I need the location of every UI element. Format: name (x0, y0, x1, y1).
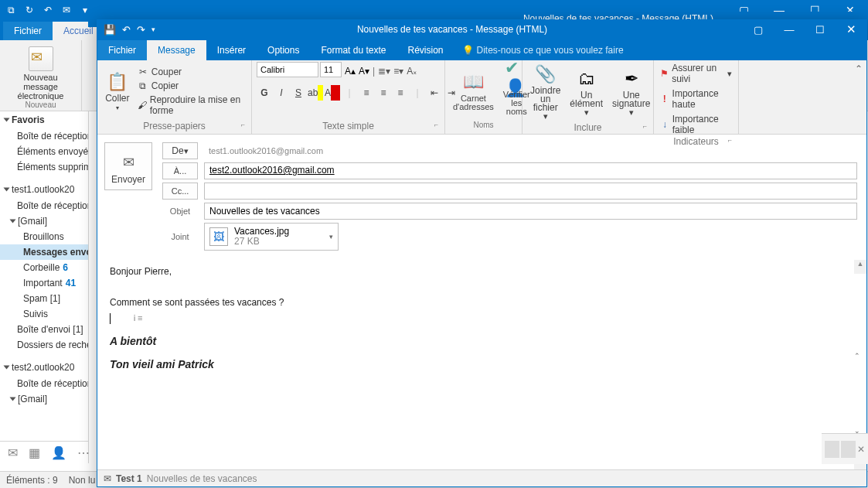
mail-icon[interactable]: ✉ (8, 445, 18, 460)
new-email-button[interactable]: ✉ Nouveau message électronique (6, 46, 75, 101)
attachment-item[interactable]: 🖼 Vacances.jpg 27 KB ▾ (204, 223, 339, 251)
tab-message[interactable]: Message (147, 40, 206, 60)
font-name-input[interactable] (257, 62, 318, 77)
redo-icon[interactable]: ↷ (137, 24, 145, 36)
expand-icon[interactable]: ⌄ (854, 427, 866, 435)
copy-button[interactable]: ⧉Copier (136, 80, 247, 92)
body-line: Comment se sont passées tes vacances ? (110, 297, 854, 308)
sidebar-item[interactable]: Corbeille6 (0, 260, 88, 275)
sidebar-item[interactable]: Boîte de réception (0, 128, 88, 144)
subject-field[interactable] (204, 203, 857, 220)
highlight-icon[interactable]: ab (308, 85, 323, 101)
address-book-button[interactable]: 📖Carnet d'adresses (450, 70, 497, 113)
sidebar-item[interactable]: [Gmail] (0, 213, 88, 229)
numbering-icon[interactable]: ≡▾ (393, 66, 403, 77)
sidebar-item[interactable]: Boîte de réception (0, 376, 88, 391)
image-icon: 🖼 (209, 227, 228, 246)
account-header[interactable]: test1.outlook20 (0, 181, 88, 198)
maximize-icon[interactable]: ☐ (805, 20, 836, 39)
align-center-icon[interactable]: ≡ (376, 85, 391, 101)
cc-button[interactable]: Cc... (162, 183, 198, 200)
attached-label: Joint (162, 232, 198, 241)
mail-icon: ✉ (104, 473, 111, 484)
sidebar-item[interactable]: Éléments envoyés (0, 144, 88, 159)
from-button[interactable]: De ▾ (162, 142, 198, 159)
signature-button[interactable]: ✒Une signature ▾ (609, 67, 653, 118)
send-button[interactable]: ✉ Envoyer (104, 142, 152, 190)
to-button[interactable]: À... (162, 162, 198, 179)
sidebar-item[interactable]: Boîte de réception (0, 198, 88, 213)
close-icon[interactable]: ✕ (836, 20, 866, 39)
align-left-icon[interactable]: ≡ (359, 85, 374, 101)
qat-undo-icon[interactable]: ↶ (42, 4, 54, 16)
sidebar-item[interactable]: Éléments supprimé (0, 159, 88, 175)
tab-review[interactable]: Révision (397, 40, 454, 60)
tab-format[interactable]: Format du texte (310, 40, 397, 60)
attach-file-button[interactable]: 📎Joindre un fichier ▾ (527, 62, 563, 122)
ribbon-display-icon[interactable]: ▢ (743, 20, 774, 39)
tab-file[interactable]: Fichier (97, 40, 147, 60)
favorites-header[interactable]: Favoris (0, 111, 88, 128)
subject-label: Objet (162, 206, 198, 216)
compose-titlebar: 💾 ↶ ↷ ▾ Nouvelles de tes vacances - Mess… (97, 20, 866, 39)
compose-ribbon-tabs: Fichier Message Insérer Options Format d… (97, 39, 866, 60)
compose-title: Nouvelles de tes vacances - Message (HTM… (162, 24, 743, 35)
sidebar-item[interactable]: Dossiers de recherc (0, 337, 88, 353)
cursor-icon: Ꭵ ≡ (134, 313, 142, 322)
save-icon[interactable]: 💾 (104, 24, 116, 36)
minimize-icon[interactable]: — (774, 20, 805, 39)
font-size-input[interactable] (320, 62, 342, 77)
scroll-up-icon[interactable]: ▲ (857, 260, 864, 268)
follow-up-button[interactable]: ⚑Assurer un suivi ▾ (659, 62, 734, 85)
undo-icon[interactable]: ↶ (122, 24, 131, 36)
tab-options[interactable]: Options (257, 40, 310, 60)
avatar (841, 441, 856, 458)
sidebar-item[interactable]: Spam [1] (0, 291, 88, 306)
to-field[interactable]: test2.outlook2016@gmail.com (204, 162, 857, 179)
bullets-icon[interactable]: ≣▾ (378, 66, 390, 77)
tab-file[interactable]: Fichier (3, 22, 53, 40)
attachment-menu-icon[interactable]: ▾ (329, 233, 333, 241)
italic-icon[interactable]: I (274, 85, 289, 101)
qat-more-icon[interactable]: ▾ (151, 26, 155, 33)
body-greeting: Bonjour Pierre, (110, 266, 854, 277)
calendar-icon[interactable]: ▦ (29, 445, 40, 460)
from-value: test1.outlook2016@gmail.com (204, 145, 857, 157)
outdent-icon[interactable]: ⇤ (427, 85, 442, 101)
qat-send-receive-icon[interactable]: ↻ (23, 4, 36, 16)
sidebar-item[interactable]: Brouillons (0, 229, 88, 244)
grow-font-icon[interactable]: A▴ (345, 66, 356, 77)
attach-item-button[interactable]: 🗂Un élément ▾ (567, 67, 606, 118)
format-painter-button[interactable]: 🖌Reproduire la mise en forme (136, 94, 247, 117)
compose-body[interactable]: ▲ Bonjour Pierre, Comment se sont passée… (97, 260, 866, 469)
qat-icon[interactable]: ⧉ (5, 4, 17, 16)
account-header[interactable]: test2.outlook20 (0, 359, 88, 376)
clear-format-icon[interactable]: Aₓ (407, 66, 417, 77)
qat-icon[interactable]: ✉ (60, 4, 73, 16)
tell-me[interactable]: 💡Dites-nous ce que vous voulez faire (454, 40, 631, 60)
paste-button[interactable]: 📋 Coller ▾ (102, 70, 133, 114)
high-importance-button[interactable]: !Importance haute (659, 87, 734, 111)
tab-insert[interactable]: Insérer (206, 40, 257, 60)
cut-button[interactable]: ✂Couper (136, 66, 247, 78)
close-icon[interactable]: ✕ (857, 444, 865, 455)
sidebar-item[interactable]: Suivis (0, 306, 88, 322)
low-importance-button[interactable]: ↓Importance faible (659, 113, 734, 136)
align-right-icon[interactable]: ≡ (393, 85, 408, 101)
compose-window: 💾 ↶ ↷ ▾ Nouvelles de tes vacances - Mess… (97, 19, 867, 487)
status-subject: Nouvelles de tes vacances (147, 473, 257, 484)
people-icon[interactable]: 👤 (51, 445, 66, 460)
sidebar-item[interactable]: Boîte d'envoi [1] (0, 322, 88, 337)
bold-icon[interactable]: G (257, 85, 272, 101)
underline-icon[interactable]: S (291, 85, 306, 101)
more-icon[interactable]: ⋯ (77, 445, 90, 460)
font-color-icon[interactable]: A (325, 85, 340, 101)
sidebar-item-sent[interactable]: Messages envoy (0, 244, 88, 260)
sidebar-item[interactable]: Important41 (0, 275, 88, 291)
expand-icon[interactable]: ⌃ (854, 352, 866, 360)
shrink-font-icon[interactable]: A▾ (359, 66, 369, 77)
cc-field[interactable] (204, 183, 857, 200)
qat: ⧉ ↻ ↶ ✉ ▾ (0, 4, 96, 16)
sidebar-item[interactable]: [Gmail] (0, 391, 88, 407)
collapse-ribbon-icon[interactable]: ⌃ (851, 60, 866, 134)
